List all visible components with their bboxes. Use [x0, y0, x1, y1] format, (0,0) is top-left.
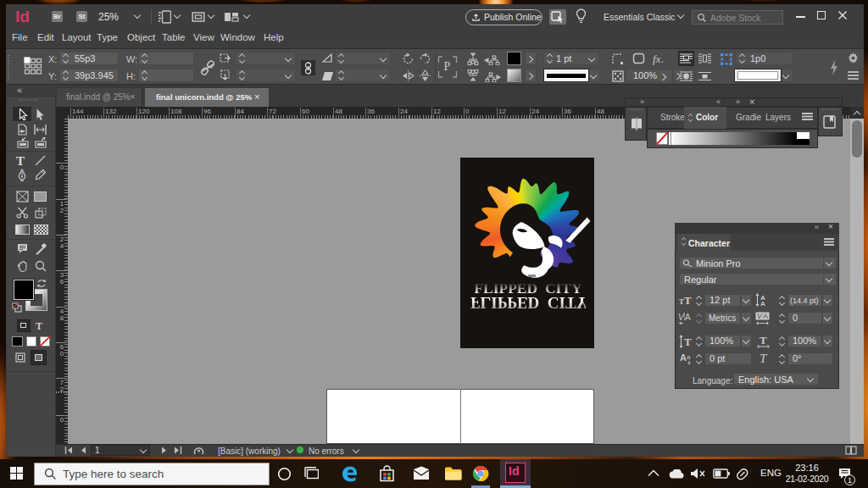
- svg-text:A: A: [680, 352, 687, 363]
- svg-text:A: A: [685, 313, 691, 322]
- svg-text:V: V: [757, 312, 763, 320]
- svg-text:T: T: [760, 335, 767, 347]
- svg-text:A: A: [760, 300, 765, 307]
- svg-text:A: A: [763, 312, 768, 320]
- svg-text:T: T: [684, 336, 692, 348]
- svg-text:V: V: [678, 313, 685, 322]
- svg-text:a: a: [687, 353, 691, 361]
